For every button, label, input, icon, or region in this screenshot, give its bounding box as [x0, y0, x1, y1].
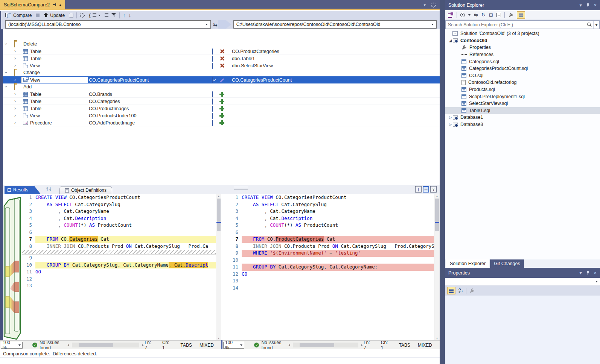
expander-collapsed-icon[interactable]: ▷ — [448, 115, 453, 119]
pin-icon[interactable] — [586, 3, 589, 7]
sort-updown-icon[interactable]: ↑↓ — [45, 187, 51, 192]
tree-item[interactable]: ▷Database1 — [445, 114, 600, 121]
show-all-files-button[interactable] — [517, 11, 525, 19]
refresh-icon[interactable]: ↻ — [481, 12, 486, 18]
tree-item[interactable]: Categories.sql — [445, 58, 600, 65]
tab-list-dropdown-icon[interactable]: ▾ — [423, 3, 426, 8]
properties-object-dropdown[interactable] — [445, 278, 600, 286]
compare-row[interactable]: ›TableCO.ProductImages — [3, 105, 440, 112]
update-button[interactable]: Update — [43, 11, 66, 19]
chevron-right-icon[interactable]: › — [14, 91, 16, 97]
tree-item[interactable]: Products.sql — [445, 86, 600, 93]
chevron-right-icon[interactable]: › — [14, 63, 16, 68]
tree-item[interactable]: Table1.sql — [445, 107, 600, 114]
diff-vertical-view-button[interactable]: ❘ — [415, 186, 422, 193]
search-options-dropdown-icon[interactable]: ▾ — [593, 21, 599, 29]
source-connection-dropdown[interactable]: (localdb)\MSSQLLocalDB.Contoso — [5, 20, 211, 29]
search-icon[interactable] — [587, 22, 592, 27]
definition-editor-source[interactable]: 1CREATE VIEW CO.CategoriesProductCount2 … — [22, 194, 221, 340]
tree-item[interactable]: ◢ContosoOld — [445, 37, 600, 44]
compare-results-grid[interactable]: ›Delete›TableCO.ProductCategories›Tabled… — [0, 29, 440, 185]
source-horizontal-scrollbar[interactable]: ◂ ▸ — [72, 343, 140, 347]
include-checkbox[interactable] — [212, 91, 213, 97]
close-icon[interactable]: × — [594, 3, 597, 8]
next-difference-icon[interactable]: ↓ — [128, 12, 131, 18]
panel-menu-dropdown-icon[interactable]: ▾ — [579, 2, 582, 8]
chevron-right-icon[interactable]: › — [14, 113, 16, 118]
alphabetical-sort-icon[interactable]: AZ↓ — [458, 287, 463, 294]
chevron-expanded-icon[interactable]: › — [3, 72, 9, 73]
compare-row[interactable]: ›Viewdbo.SelectStarView — [3, 62, 440, 69]
compare-row[interactable]: ›TableCO.Brands — [3, 91, 440, 98]
properties-wrench-icon[interactable] — [508, 12, 513, 18]
tree-item[interactable]: CategoriesProductCount.sql — [445, 65, 600, 72]
chevron-right-icon[interactable]: › — [14, 99, 16, 104]
chevron-right-icon[interactable]: › — [14, 56, 16, 61]
tab-object-definitions[interactable]: Object Definitions — [59, 186, 112, 194]
tree-item[interactable]: SelectStarView.sql — [445, 100, 600, 107]
tree-item[interactable]: ContosoOld.refactorlog — [445, 79, 600, 86]
tree-item[interactable]: CO.sql — [445, 72, 600, 79]
group-by-button[interactable]: { — [88, 11, 102, 19]
tab-results[interactable]: Results — [5, 186, 41, 194]
splitter-grip[interactable] — [234, 187, 248, 190]
properties-pages-icon[interactable] — [496, 13, 501, 17]
compare-row[interactable]: ›ProcedureCO.AddProductImage — [3, 119, 440, 126]
include-checkbox[interactable] — [212, 120, 213, 126]
compare-row[interactable]: ›TableCO.ProductCategories — [3, 48, 440, 55]
source-vertical-scrollbar[interactable]: ▲ ▼ — [216, 194, 221, 340]
group-row-add[interactable]: ›Add — [3, 83, 440, 91]
scrollbar-thumb[interactable] — [300, 343, 334, 347]
include-checkbox[interactable] — [212, 106, 213, 112]
window-options-gear-icon[interactable] — [431, 3, 436, 8]
target-connection-dropdown[interactable]: C:\Users\drskwier\source\repos\ContosoOl… — [233, 20, 437, 29]
previous-difference-icon[interactable]: ↑ — [123, 12, 125, 18]
tree-item[interactable]: ▷Database3 — [445, 121, 600, 128]
switch-views-icon[interactable]: ⇆ — [474, 12, 478, 18]
definition-editor-target[interactable]: 1CREATE VIEW CO.CategoriesProductCount2 … — [228, 194, 440, 340]
compare-row[interactable]: ›Tabledbo.Table1 — [3, 55, 440, 62]
panel-menu-dropdown-icon[interactable]: ▾ — [579, 270, 582, 276]
filter-icon[interactable] — [111, 13, 116, 18]
compare-row[interactable]: ›ViewCO.CategoriesProductCountCO.Categor… — [3, 76, 440, 83]
include-checkbox[interactable] — [212, 56, 213, 62]
diff-overview-map[interactable] — [3, 194, 22, 340]
zoom-level-dropdown[interactable]: 100 % — [1, 342, 23, 349]
solution-tree[interactable]: ∞Solution 'ContosoOld' (3 of 3 projects)… — [445, 29, 600, 259]
panel-splitter[interactable] — [440, 0, 445, 364]
swap-direction-icon[interactable]: ⇆ — [213, 21, 218, 27]
document-tab[interactable]: SqlSchemaCompare2 ● — [0, 0, 65, 10]
chevron-expanded-icon[interactable]: › — [3, 43, 9, 45]
tree-item[interactable]: References — [445, 51, 600, 58]
compare-row[interactable]: ›ViewCO.ProductsUnder100 — [3, 112, 440, 119]
chevron-expanded-icon[interactable]: › — [3, 86, 9, 88]
tree-item[interactable]: Script.PreDeployment1.sql — [445, 93, 600, 100]
close-icon[interactable]: × — [594, 270, 597, 276]
compare-options-gear-icon[interactable] — [80, 13, 85, 18]
scrollbar-thumb[interactable] — [217, 199, 221, 231]
scrollbar-thumb[interactable] — [435, 199, 439, 231]
target-vertical-scrollbar[interactable]: ▲ ▼ — [434, 194, 440, 340]
group-row-delete[interactable]: ›Delete — [3, 41, 440, 48]
pin-icon[interactable] — [53, 3, 56, 7]
include-checkbox[interactable] — [212, 49, 213, 55]
include-checkbox[interactable] — [212, 63, 213, 69]
pending-changes-filter-icon[interactable] — [460, 13, 465, 17]
tree-item[interactable]: ∞Solution 'ContosoOld' (3 of 3 projects) — [445, 30, 600, 37]
sort-icon[interactable] — [105, 13, 108, 17]
search-box[interactable]: Search Solution Explorer (Ctrl+;) ▾ — [445, 20, 600, 29]
collapse-all-icon[interactable]: ⊟ — [489, 12, 493, 18]
panel-tab-git-changes[interactable]: Git Changes — [490, 259, 524, 268]
compare-row[interactable]: ›TableCO.Categories — [3, 98, 440, 105]
target-horizontal-scrollbar[interactable]: ◂ ▸ — [293, 343, 358, 347]
chevron-right-icon[interactable]: › — [14, 120, 16, 125]
expander-collapsed-icon[interactable]: ▷ — [448, 123, 453, 126]
sync-with-active-document-icon[interactable] — [448, 12, 453, 17]
categorized-button[interactable] — [447, 287, 455, 294]
include-checkbox[interactable] — [212, 77, 213, 83]
scrollbar-thumb[interactable] — [79, 343, 113, 347]
diff-horizontal-view-button[interactable]: — — [423, 186, 429, 193]
panel-tab-solution-explorer[interactable]: Solution Explorer — [446, 259, 489, 268]
diff-swap-view-button[interactable]: ⋎ — [430, 186, 437, 193]
include-checkbox[interactable] — [212, 113, 213, 119]
